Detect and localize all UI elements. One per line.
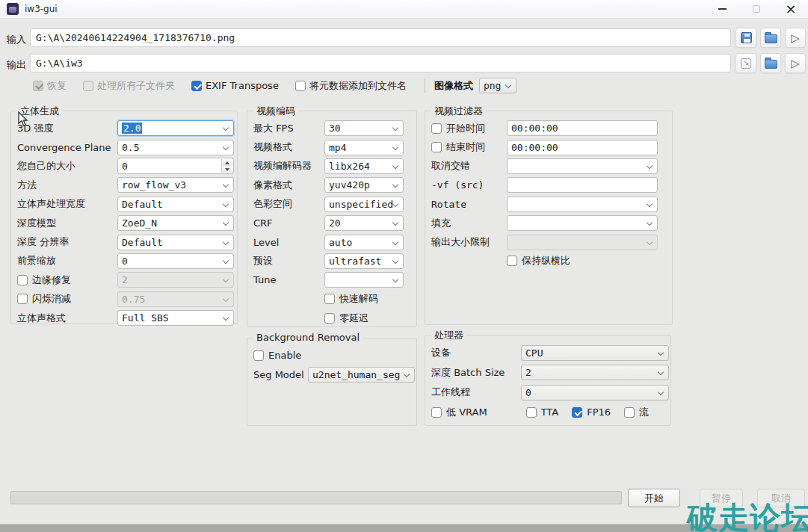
video-codec-label: 视频编解码器 [253,159,312,173]
chevron-down-icon [223,238,229,244]
level-combobox[interactable]: auto [324,235,404,250]
tta-label: TTA [541,406,559,418]
spin-down-button[interactable] [221,166,232,173]
preset-combobox[interactable]: ultrafast [324,253,404,269]
output-path-field[interactable]: G:\A\iw3 [30,54,731,72]
pixel-format-combobox[interactable]: yuv420p [324,177,404,193]
max-fps-label: 最大 FPS [253,122,294,135]
convergence-plane-label: Convergence Plane [17,142,111,153]
close-button[interactable]: × [774,0,808,18]
edge-fix-label: 边缘修复 [32,273,71,287]
group-background-removal: Background Removal Enable Seg Model u2ne… [247,338,417,426]
chevron-down-icon [223,315,229,321]
chevron-down-icon [404,371,410,377]
app-icon[interactable] [7,3,19,15]
colorspace-label: 色彩空间 [253,197,292,211]
stream-label: 流 [639,406,649,419]
depth-resolution-combobox[interactable]: Default [117,235,234,250]
crf-combobox[interactable]: 20 [324,215,404,231]
titlebar: iw3-gui × [0,0,808,19]
pad-combobox[interactable] [507,215,658,231]
input-folder-select-button[interactable] [760,28,781,48]
own-size-label: 您自己的大小 [17,159,75,173]
chevron-down-icon [223,182,229,188]
spin-up-button[interactable] [221,159,232,166]
maximize-icon [753,5,760,13]
open-folder-icon [765,60,777,69]
max-fps-combobox[interactable]: 30 [324,120,404,136]
colorspace-combobox[interactable]: unspecified [324,197,404,212]
convergence-plane-combobox[interactable]: 0.5 [117,140,234,155]
fp16-checkbox[interactable] [572,407,582,418]
low-vram-label: 低 VRAM [446,406,487,419]
deinterlace-combobox[interactable] [507,158,658,174]
group-video-encoding: 视频编码 最大 FPS 30 视频格式 mp4 视频编解码器 libx264 像… [247,111,417,327]
divergence-combobox[interactable]: 2.0 [117,120,234,136]
device-combobox[interactable]: CPU [521,345,669,361]
maximize-button[interactable] [739,0,774,18]
end-time-label: 结束时间 [446,140,485,154]
edge-fix-checkbox[interactable] [17,275,28,285]
output-folder-select-button[interactable] [760,53,781,73]
chevron-down-icon [505,82,511,88]
tune-combobox[interactable] [324,272,404,288]
foreground-scale-combobox[interactable]: 0 [117,253,234,269]
rotate-combobox[interactable] [507,197,658,212]
end-time-checkbox[interactable] [431,142,442,152]
minimize-button[interactable] [705,0,739,18]
chevron-down-icon [392,220,398,226]
stereo-format-combobox[interactable]: Full SBS [117,310,234,326]
exif-transpose-checkbox[interactable] [191,81,202,91]
input-file-select-button[interactable] [735,28,756,48]
tta-checkbox[interactable] [526,407,537,418]
depth-model-combobox[interactable]: ZoeD_N [117,215,234,231]
image-format-combobox[interactable]: png [479,78,516,93]
seg-model-label: Seg Model [253,369,304,380]
bg-enable-label: Enable [268,350,301,361]
chevron-down-icon [223,258,229,264]
worker-threads-combobox[interactable]: 0 [521,385,669,400]
max-output-size-combobox [507,235,658,250]
keep-aspect-label: 保持纵横比 [522,254,570,267]
exif-option[interactable]: EXIF Transpose [191,80,279,91]
recursive-option: 处理所有子文件夹 [83,79,175,93]
input-path-field[interactable]: G:\A\20240614224904_1718376710.png [30,28,731,47]
pixel-format-label: 像素格式 [253,179,292,192]
method-combobox[interactable]: row_flow_v3 [117,177,234,193]
bg-enable-checkbox[interactable] [253,350,264,361]
group-video-filter: 视频过滤器 开始时间 00:00:00 结束时间 00:00:00 取消交错 -… [425,111,673,325]
watermark: 破走论坛 [687,498,808,532]
start-time-field[interactable]: 00:00:00 [507,120,658,136]
chevron-down-icon [647,220,653,226]
vf-src-field[interactable] [507,177,658,193]
input-play-button[interactable] [785,28,806,48]
low-vram-checkbox[interactable] [431,407,442,418]
stereo-width-combobox[interactable]: Default [117,197,234,212]
stream-checkbox[interactable] [624,407,635,418]
chevron-down-icon [392,238,398,244]
group-processor: 处理器 设备 CPU 深度 Batch Size 2 工作线程 0 低 VR [425,335,671,426]
fast-decode-checkbox[interactable] [324,294,335,304]
seg-model-combobox[interactable]: u2net_human_seg [308,367,415,383]
deflicker-checkbox[interactable] [17,294,28,304]
video-format-combobox[interactable]: mp4 [324,140,404,155]
metadata-checkbox[interactable] [295,81,306,91]
deinterlace-label: 取消交错 [431,159,470,173]
metadata-option[interactable]: 将元数据添加到文件名 [295,79,407,93]
depth-batch-size-combobox[interactable]: 2 [521,365,669,380]
rotate-label: Rotate [431,199,466,210]
chevron-down-icon [392,258,398,264]
start-time-checkbox[interactable] [431,123,442,134]
metadata-label: 将元数据添加到文件名 [309,79,407,93]
end-time-field[interactable]: 00:00:00 [507,140,658,155]
own-size-spinner[interactable]: 0 [117,158,234,174]
output-auto-path-button[interactable] [735,53,756,73]
output-play-button[interactable] [785,53,806,73]
keep-aspect-checkbox[interactable] [507,256,517,266]
video-codec-combobox[interactable]: libx264 [324,158,404,174]
level-label: Level [253,237,279,248]
tune-label: Tune [253,274,276,285]
start-button[interactable]: 开始 [628,489,680,507]
zero-latency-checkbox[interactable] [324,313,335,324]
chevron-down-icon [223,276,229,282]
